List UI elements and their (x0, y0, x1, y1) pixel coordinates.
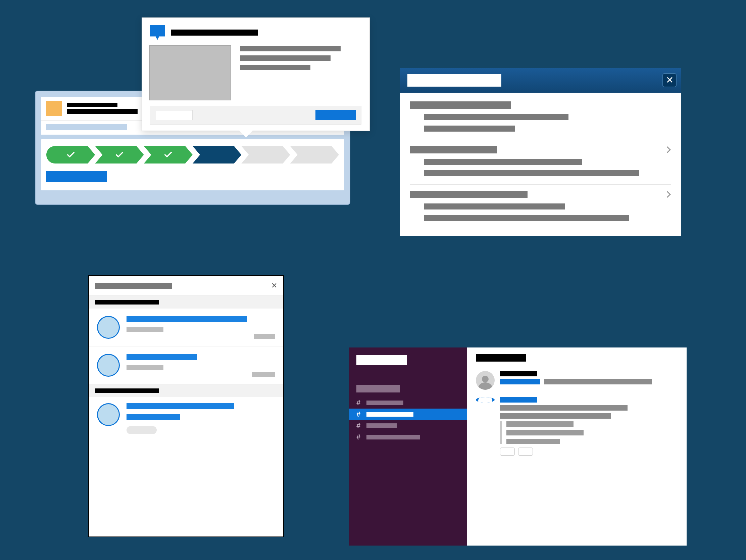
timestamp (252, 372, 275, 377)
message-text (544, 379, 652, 385)
check-icon (164, 150, 173, 160)
path-step-5[interactable] (241, 146, 290, 164)
result-group-1 (410, 102, 671, 132)
channel-item[interactable]: # (349, 409, 467, 420)
hash-icon: # (356, 398, 363, 407)
channel-name (367, 400, 403, 405)
result-group-3 (410, 184, 671, 221)
message (476, 371, 678, 390)
channel-name (367, 412, 413, 417)
link-text[interactable] (500, 379, 540, 385)
channel-item[interactable]: # (349, 431, 467, 443)
composer[interactable] (89, 397, 283, 440)
primary-action-button[interactable] (46, 171, 107, 182)
sales-path[interactable] (46, 146, 339, 164)
link-text[interactable] (500, 397, 537, 402)
hash-icon: # (356, 410, 363, 419)
close-icon: ✕ (666, 76, 673, 85)
messenger-title (95, 283, 172, 289)
hash-icon: # (356, 433, 363, 442)
avatar-icon (97, 316, 120, 339)
record-type-icon (46, 101, 62, 116)
message-text (500, 405, 628, 411)
reaction-bar (500, 448, 678, 455)
slack-window: #### (349, 347, 687, 545)
group-header[interactable] (410, 191, 527, 198)
result-group-2 (410, 140, 671, 176)
popover-submit-button[interactable] (315, 110, 356, 120)
conversation-item[interactable] (89, 346, 283, 385)
new-conversation-header (89, 385, 283, 397)
result-item[interactable] (424, 114, 569, 120)
reaction-button[interactable] (518, 448, 533, 455)
avatar-icon (97, 403, 120, 426)
workspace-name[interactable] (356, 355, 407, 365)
close-button[interactable]: ✕ (662, 73, 677, 87)
path-step-6[interactable] (290, 146, 339, 164)
message-text (500, 413, 611, 419)
search-input[interactable] (407, 74, 501, 87)
chevron-right-icon (664, 191, 671, 198)
username (500, 371, 537, 376)
search-header: ✕ (400, 68, 681, 93)
result-item[interactable] (424, 170, 639, 176)
channels-section-label (356, 385, 400, 392)
popover-text-input[interactable] (156, 110, 193, 120)
check-icon (66, 150, 76, 160)
path-step-2[interactable] (95, 146, 144, 164)
timestamp (254, 334, 275, 339)
result-item[interactable] (424, 203, 565, 209)
channel-name (367, 423, 397, 428)
reaction-button[interactable] (500, 448, 515, 455)
channel-item[interactable]: # (349, 397, 467, 409)
result-item[interactable] (424, 215, 629, 221)
avatar-icon (97, 354, 120, 377)
chat-bubble-icon (150, 25, 165, 40)
path-step-4[interactable] (193, 146, 241, 164)
channel-item[interactable]: # (349, 420, 467, 431)
channel-name (367, 435, 420, 440)
avatar-icon (476, 397, 495, 402)
guidance-popover (142, 18, 370, 131)
result-item[interactable] (424, 125, 515, 132)
group-header[interactable] (410, 102, 511, 109)
path-step-3[interactable] (144, 146, 193, 164)
conversations-header (89, 296, 283, 309)
close-icon[interactable]: ✕ (271, 281, 277, 290)
check-icon (115, 150, 124, 160)
popover-thumbnail (150, 46, 231, 100)
chevron-right-icon (664, 146, 671, 153)
attachment-pill[interactable] (126, 426, 157, 434)
slack-sidebar: #### (349, 347, 467, 545)
path-step-1[interactable] (46, 146, 95, 164)
group-header[interactable] (410, 146, 497, 153)
channel-title (476, 354, 526, 362)
message (476, 397, 678, 455)
intercom-messenger: ✕ (88, 275, 284, 537)
avatar-icon (476, 371, 495, 390)
record-body (41, 139, 344, 190)
message-attachment[interactable] (500, 421, 678, 444)
record-title-block (67, 103, 138, 114)
zendesk-search-panel: ✕ (400, 68, 681, 236)
hash-icon: # (356, 421, 363, 430)
conversation-item[interactable] (89, 309, 283, 346)
slack-message-pane (467, 347, 687, 545)
result-item[interactable] (424, 159, 582, 165)
popover-title (171, 30, 258, 35)
